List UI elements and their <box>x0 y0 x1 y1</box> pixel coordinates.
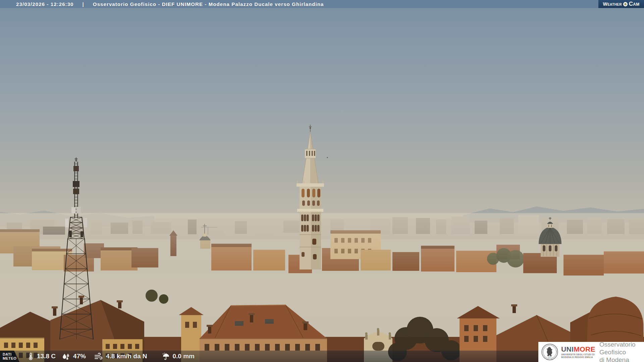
humidity-reading: 47% <box>62 352 86 360</box>
university-subtitle: UNIVERSITÀ DEGLI STUDI DI MODENA E REGGI… <box>561 353 595 359</box>
unimore-wordmark: UNIMORE UNIVERSITÀ DEGLI STUDI DI MODENA… <box>561 346 595 359</box>
webcam-photo <box>0 0 644 362</box>
thermometer-icon <box>27 352 34 361</box>
bird <box>327 157 328 158</box>
unimore-uni: UNI <box>561 345 574 353</box>
timestamp: 23/03/2026 - 12:26:30 <box>16 1 74 7</box>
wind-reading: 4.8 km/h da N <box>94 352 147 360</box>
top-bar: 23/03/2026 - 12:26:30 | Osservatorio Geo… <box>0 0 644 8</box>
temperature-value: 13.8 C <box>37 353 56 360</box>
weathercam-logo: Weather Cam <box>598 0 644 8</box>
unimore-panel: 1175 UNIMORE UNIVERSITÀ DEGLI STUDI DI M… <box>538 342 644 362</box>
unimore-more: MORE <box>574 345 595 353</box>
rain-umbrella-icon <box>161 352 170 360</box>
humidity-icon <box>62 352 70 360</box>
observatory-name: Osservatorio Geofisico di Modena <box>599 341 644 362</box>
temperature-reading: 13.8 C <box>27 352 56 361</box>
weathercam-dot-icon <box>623 2 628 6</box>
weathercam-cam-label: Cam <box>629 1 640 7</box>
svg-text:1175: 1175 <box>548 356 551 358</box>
wind-value: 4.8 km/h da N <box>106 353 147 360</box>
camera-title: Osservatorio Geofisico - DIEF UNIMORE - … <box>93 1 324 7</box>
precipitation-reading: 0.0 mm <box>161 352 195 360</box>
precipitation-value: 0.0 mm <box>173 353 195 360</box>
weathercam-weather-label: Weather <box>603 1 622 7</box>
unimore-seal-icon: 1175 <box>541 344 558 360</box>
wind-icon <box>94 352 103 360</box>
separator: | <box>83 1 84 7</box>
humidity-value: 47% <box>73 353 86 360</box>
dati-meteo-label: DATI METEO <box>0 351 19 362</box>
